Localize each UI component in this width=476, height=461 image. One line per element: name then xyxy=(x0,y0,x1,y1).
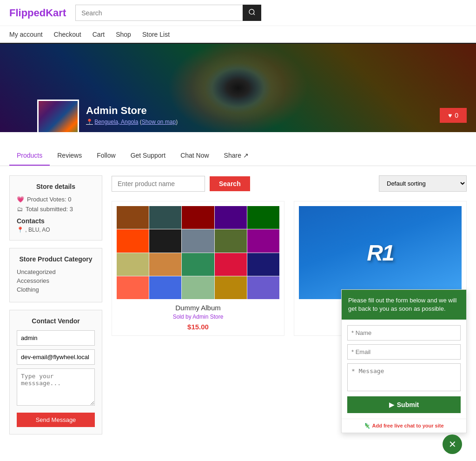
tab-follow[interactable]: Follow xyxy=(89,146,123,166)
store-category-title: Store Product Category xyxy=(17,255,95,263)
album-sold-by: Sold by Admin Store xyxy=(117,314,279,320)
close-icon: ✕ xyxy=(449,439,456,450)
store-location: 📍 Benguela, Angola (Show on map) xyxy=(86,119,178,125)
chat-message-input[interactable] xyxy=(347,363,461,391)
chat-submit-button[interactable]: ▶ Submit xyxy=(347,396,461,413)
store-tabs: Products Reviews Follow Get Support Chat… xyxy=(0,146,476,166)
category-list: Uncategorized Accessories Clothing xyxy=(17,268,95,293)
nav-store-list[interactable]: Store List xyxy=(142,31,170,38)
album-product-image xyxy=(117,206,279,299)
album-cell-8 xyxy=(182,229,214,252)
album-cell-15 xyxy=(247,253,279,276)
tab-reviews[interactable]: Reviews xyxy=(50,146,89,166)
sidebar: Store details 💗 Product Votes: 0 🗂 Total… xyxy=(9,175,102,442)
album-cell-13 xyxy=(182,253,214,276)
heart-icon: ♥ xyxy=(448,112,452,119)
heart-stat-icon: 💗 xyxy=(17,196,24,203)
nav-my-account[interactable]: My account xyxy=(9,31,43,38)
product-search-input[interactable] xyxy=(112,176,205,192)
nav-checkout[interactable]: Checkout xyxy=(54,31,81,38)
category-uncategorized[interactable]: Uncategorized xyxy=(17,268,95,275)
album-price: $15.00 xyxy=(117,323,279,331)
contact-vendor-title: Contact Vendor xyxy=(17,317,95,325)
sorting-dropdown-container: Default sorting Sort by price: low to hi… xyxy=(379,175,467,192)
tab-get-support[interactable]: Get Support xyxy=(123,146,173,166)
album-cell-1 xyxy=(117,206,149,229)
chat-form: ▶ Submit xyxy=(342,320,466,419)
product-search-button[interactable]: Search xyxy=(210,176,250,191)
total-submitted: 🗂 Total submitted: 3 xyxy=(17,206,95,213)
album-cell-12 xyxy=(149,253,181,276)
product-card-album: Dummy Album Sold by Admin Store $15.00 xyxy=(112,201,284,336)
chat-widget: Please fill out the form below and we wi… xyxy=(341,289,467,433)
category-accessories[interactable]: Accessories xyxy=(17,277,95,284)
vendor-name-input[interactable] xyxy=(17,330,95,346)
nav-shop[interactable]: Shop xyxy=(116,31,131,38)
album-cell-3 xyxy=(182,206,214,229)
tab-chat-now[interactable]: Chat Now xyxy=(173,146,216,166)
store-details-box: Store details 💗 Product Votes: 0 🗂 Total… xyxy=(9,175,102,241)
album-cell-20 xyxy=(247,276,279,299)
product-search-bar: Search xyxy=(112,176,250,192)
show-on-map-link[interactable]: Show on map xyxy=(142,119,176,125)
chat-footer: 🦎 Add free live chat to your site xyxy=(342,419,466,433)
box-icon: 🗂 xyxy=(17,206,23,213)
album-cell-11 xyxy=(117,253,149,276)
pin-icon: 📍 xyxy=(17,227,24,233)
nav: My account Checkout Cart Shop Store List xyxy=(0,26,476,44)
hoodie-product-image: R1 xyxy=(299,206,462,299)
store-details-title: Store details xyxy=(17,183,95,190)
album-cell-9 xyxy=(215,229,247,252)
album-product-name: Dummy Album xyxy=(117,304,279,312)
svg-point-0 xyxy=(249,9,254,14)
contacts-title: Contacts xyxy=(17,217,95,225)
header: FlippedKart xyxy=(0,0,476,26)
album-cell-5 xyxy=(247,206,279,229)
search-bar xyxy=(75,5,261,21)
product-votes: 💗 Product Votes: 0 xyxy=(17,196,95,203)
album-cell-2 xyxy=(149,206,181,229)
chat-name-input[interactable] xyxy=(347,325,461,341)
search-button[interactable] xyxy=(243,5,261,21)
tab-share[interactable]: Share ↗ xyxy=(217,146,256,166)
contact-vendor-box: Contact Vendor Send Message xyxy=(9,310,102,434)
wishlist-count: 0 xyxy=(455,112,458,119)
search-input[interactable] xyxy=(75,5,243,21)
wishlist-button[interactable]: ♥ 0 xyxy=(440,108,467,123)
vendor-email-input[interactable] xyxy=(17,349,95,365)
nav-cart[interactable]: Cart xyxy=(93,31,105,38)
chat-close-button[interactable]: ✕ xyxy=(443,434,462,451)
send-message-button[interactable]: Send Message xyxy=(17,413,95,427)
svg-line-1 xyxy=(253,13,255,15)
vendor-message-input[interactable] xyxy=(17,368,95,406)
store-category-box: Store Product Category Uncategorized Acc… xyxy=(9,248,102,302)
sorting-select[interactable]: Default sorting Sort by price: low to hi… xyxy=(379,175,467,192)
album-cell-17 xyxy=(149,276,181,299)
chat-email-input[interactable] xyxy=(347,344,461,360)
album-cell-4 xyxy=(215,206,247,229)
album-cell-14 xyxy=(215,253,247,276)
store-name: Admin Store xyxy=(86,105,178,117)
logo: FlippedKart xyxy=(9,7,66,19)
album-cell-16 xyxy=(117,276,149,299)
album-cell-19 xyxy=(215,276,247,299)
store-avatar xyxy=(37,100,79,132)
album-cell-7 xyxy=(149,229,181,252)
store-banner: Admin Store 📍 Benguela, Angola (Show on … xyxy=(0,44,476,132)
album-cell-10 xyxy=(247,229,279,252)
store-info: Admin Store 📍 Benguela, Angola (Show on … xyxy=(86,105,178,125)
category-clothing[interactable]: Clothing xyxy=(17,286,95,293)
album-cell-18 xyxy=(182,276,214,299)
contacts-value: 📍 , BLU, AO xyxy=(17,227,95,233)
chat-header: Please fill out the form below and we wi… xyxy=(342,290,466,320)
tab-products[interactable]: Products xyxy=(9,146,50,166)
album-cell-6 xyxy=(117,229,149,252)
hoodie-logo: R1 xyxy=(367,240,393,266)
send-arrow-icon: ▶ xyxy=(389,401,394,408)
